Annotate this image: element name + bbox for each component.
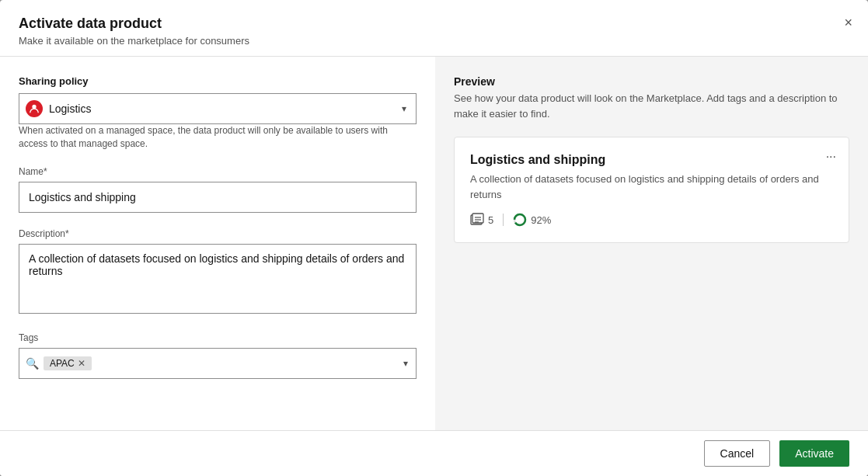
activate-data-product-modal: Activate data product Make it available … — [0, 0, 868, 476]
modal-header: Activate data product Make it available … — [0, 0, 868, 57]
preview-label: Preview — [454, 75, 849, 88]
dataset-count-value: 5 — [488, 214, 493, 226]
sharing-policy-group: Sharing policy Logistics ▾ When activate… — [19, 75, 417, 151]
cancel-button[interactable]: Cancel — [704, 440, 771, 467]
preview-card-title: Logistics and shipping — [470, 153, 833, 167]
quality-score-value: 92% — [531, 214, 551, 226]
preview-description: See how your data product will look on t… — [454, 91, 849, 121]
sharing-policy-label: Sharing policy — [19, 75, 417, 87]
description-group: Description* A collection of datasets fo… — [19, 228, 417, 317]
search-icon: 🔍 — [26, 357, 39, 370]
sharing-policy-value: Logistics — [49, 102, 406, 115]
quality-score: 92% — [513, 213, 551, 227]
sharing-helper-text: When activated on a managed space, the d… — [19, 124, 417, 151]
svg-rect-2 — [472, 214, 483, 223]
svg-point-7 — [514, 214, 525, 225]
name-label: Name* — [19, 166, 417, 177]
dataset-count: 5 — [470, 213, 493, 227]
sharing-icon — [26, 100, 43, 117]
tags-label: Tags — [19, 332, 417, 343]
tags-group: Tags 🔍 APAC ✕ ▾ — [19, 332, 417, 379]
modal-body: Sharing policy Logistics ▾ When activate… — [0, 57, 868, 430]
dataset-icon — [470, 213, 484, 227]
preview-card: ··· Logistics and shipping A collection … — [454, 137, 849, 243]
tags-input[interactable]: 🔍 APAC ✕ ▾ — [19, 348, 417, 379]
meta-divider — [503, 214, 504, 226]
name-group: Name* — [19, 166, 417, 213]
quality-icon — [513, 213, 527, 227]
modal-footer: Cancel Activate — [0, 430, 868, 476]
sharing-policy-select[interactable]: Logistics ▾ — [19, 93, 417, 124]
description-input[interactable]: A collection of datasets focused on logi… — [19, 244, 417, 314]
description-label: Description* — [19, 228, 417, 239]
modal-subtitle: Make it available on the marketplace for… — [19, 35, 849, 47]
close-button[interactable]: × — [841, 12, 856, 33]
card-menu-button[interactable]: ··· — [826, 150, 836, 164]
svg-point-0 — [32, 105, 36, 109]
right-panel: Preview See how your data product will l… — [435, 57, 868, 430]
tag-label: APAC — [50, 358, 75, 369]
modal-title: Activate data product — [19, 16, 849, 32]
preview-card-meta: 5 92% — [470, 213, 833, 227]
tag-remove-button[interactable]: ✕ — [78, 359, 85, 368]
activate-button[interactable]: Activate — [779, 440, 849, 467]
name-input[interactable] — [19, 182, 417, 213]
left-panel: Sharing policy Logistics ▾ When activate… — [0, 57, 435, 430]
tags-chevron-icon: ▾ — [403, 358, 408, 369]
tag-apac: APAC ✕ — [44, 356, 92, 370]
preview-card-description: A collection of datasets focused on logi… — [470, 172, 833, 202]
